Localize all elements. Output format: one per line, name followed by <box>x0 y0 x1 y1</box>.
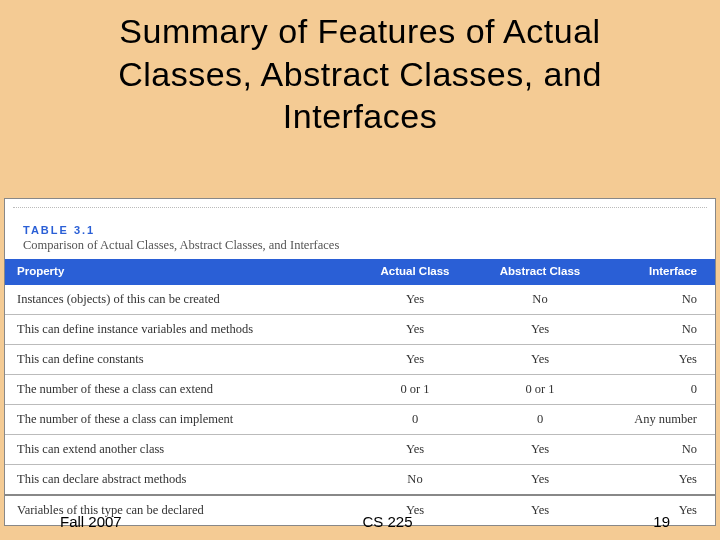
table-label: TABLE 3.1 <box>13 207 707 238</box>
table-row: The number of these a class can implemen… <box>5 405 715 435</box>
table-row: This can declare abstract methods No Yes… <box>5 465 715 496</box>
cell-interface: 0 <box>605 375 715 405</box>
slide-footer: Fall 2007 CS 225 19 <box>0 513 720 530</box>
cell-abstract: 0 <box>475 405 605 435</box>
cell-abstract: Yes <box>475 435 605 465</box>
table-row: Instances (objects) of this can be creat… <box>5 284 715 315</box>
cell-interface: No <box>605 435 715 465</box>
col-property: Property <box>5 259 355 284</box>
cell-property: Instances (objects) of this can be creat… <box>5 284 355 315</box>
cell-interface: Any number <box>605 405 715 435</box>
cell-property: This can declare abstract methods <box>5 465 355 496</box>
cell-property: The number of these a class can implemen… <box>5 405 355 435</box>
cell-interface: No <box>605 284 715 315</box>
cell-property: This can define constants <box>5 345 355 375</box>
slide-title: Summary of Features of Actual Classes, A… <box>0 0 720 138</box>
table-row: This can extend another class Yes Yes No <box>5 435 715 465</box>
footer-right: 19 <box>653 513 670 530</box>
table-row: This can define constants Yes Yes Yes <box>5 345 715 375</box>
cell-actual: Yes <box>355 435 475 465</box>
cell-actual: Yes <box>355 315 475 345</box>
cell-abstract: Yes <box>475 345 605 375</box>
cell-actual: No <box>355 465 475 496</box>
cell-abstract: Yes <box>475 315 605 345</box>
cell-abstract: No <box>475 284 605 315</box>
footer-center: CS 225 <box>362 513 412 530</box>
cell-actual: Yes <box>355 345 475 375</box>
cell-abstract: 0 or 1 <box>475 375 605 405</box>
col-actual-class: Actual Class <box>355 259 475 284</box>
table-container: TABLE 3.1 Comparison of Actual Classes, … <box>4 198 716 526</box>
cell-actual: 0 <box>355 405 475 435</box>
cell-actual: 0 or 1 <box>355 375 475 405</box>
table-row: This can define instance variables and m… <box>5 315 715 345</box>
cell-property: This can extend another class <box>5 435 355 465</box>
comparison-table: Property Actual Class Abstract Class Int… <box>5 259 715 525</box>
cell-actual: Yes <box>355 284 475 315</box>
table-caption: Comparison of Actual Classes, Abstract C… <box>5 238 715 259</box>
cell-abstract: Yes <box>475 465 605 496</box>
cell-property: This can define instance variables and m… <box>5 315 355 345</box>
table-row: The number of these a class can extend 0… <box>5 375 715 405</box>
col-abstract-class: Abstract Class <box>475 259 605 284</box>
cell-interface: Yes <box>605 345 715 375</box>
col-interface: Interface <box>605 259 715 284</box>
cell-interface: Yes <box>605 465 715 496</box>
footer-left: Fall 2007 <box>60 513 122 530</box>
cell-property: The number of these a class can extend <box>5 375 355 405</box>
cell-interface: No <box>605 315 715 345</box>
table-header-row: Property Actual Class Abstract Class Int… <box>5 259 715 284</box>
